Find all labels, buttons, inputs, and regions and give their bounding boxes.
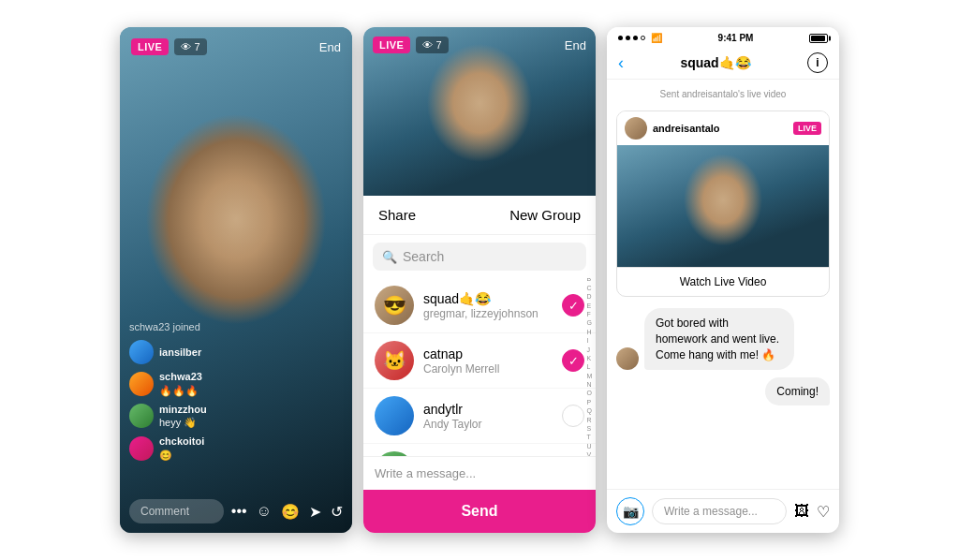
live-card-image (617, 145, 829, 267)
photo-icon[interactable]: 🖼 (794, 503, 809, 520)
bottom-bar: Comment ••• ☺ 😊 ➤ ↺ (120, 499, 352, 523)
wifi-icon: 📶 (651, 33, 662, 43)
camera-button[interactable]: 📷 (616, 497, 644, 525)
refresh-icon[interactable]: ↺ (331, 503, 343, 521)
comment-text: schwa23 🔥🔥🔥 (159, 370, 202, 397)
send-button[interactable]: Send (363, 490, 596, 533)
avatar (129, 404, 154, 428)
comment-text: chckoitoi 😊 (159, 435, 204, 462)
comments-area: schwa23 joined iansilber schwa23 🔥🔥🔥 min… (120, 321, 352, 467)
watch-live-button[interactable]: Watch Live Video (617, 267, 829, 296)
viewer-count: 👁 7 (174, 38, 206, 55)
live-badge: LIVE (793, 122, 821, 135)
face-icon[interactable]: 😊 (281, 503, 300, 521)
eye-icon: 👁 (422, 39, 433, 51)
chat-messages: Sent andreisantalo's live video andreisa… (607, 80, 839, 489)
share-header: Share New Group (363, 196, 596, 235)
contact-info: andytlr Andy Taylor (423, 402, 562, 431)
search-bar[interactable]: 🔍 Search (373, 243, 586, 271)
screen1-top-bar: LIVE 👁 7 End (120, 38, 352, 55)
avatar (129, 372, 154, 396)
status-bar: 📶 9:41 PM (607, 27, 839, 47)
contact-item[interactable]: andytlr Andy Taylor (363, 389, 596, 444)
contact-sub: Carolyn Merrell (423, 362, 562, 376)
comment-text: iansilber (159, 346, 201, 359)
more-icon[interactable]: ••• (231, 503, 247, 520)
comment-item: minzzhou heyy 👋 (129, 403, 343, 430)
check-circle[interactable] (562, 405, 584, 427)
avatar (616, 347, 639, 370)
live-card-header: andreisantalo LIVE (617, 111, 829, 145)
screen2-top-bar: LIVE 👁 7 End (363, 37, 596, 53)
contact-item[interactable]: 😎 squad🤙😂 gregmar, lizzeyjohnson ✓ (363, 278, 596, 333)
new-group-button[interactable]: New Group (509, 207, 581, 223)
comment-text: minzzhou heyy 👋 (159, 403, 207, 430)
avatar: 😎 (375, 286, 414, 325)
contact-info: catnap Carolyn Merrell (423, 346, 562, 376)
video-thumbnail: LIVE 👁 7 End (363, 27, 596, 196)
battery-area (809, 34, 828, 43)
signal-dots: 📶 (618, 33, 662, 43)
viewer-count: 👁 7 (416, 37, 448, 53)
signal-dot (626, 36, 630, 40)
message-text: Got bored with homework and went live. C… (644, 308, 794, 370)
chat-input[interactable]: Write a message... (652, 498, 787, 524)
avatar: 🐱 (375, 341, 414, 380)
chat-title: squad🤙😂 (680, 55, 750, 70)
avatar (375, 451, 414, 456)
action-icons: ••• ☺ 😊 ➤ ↺ (231, 503, 343, 521)
chat-actions: 🖼 ♡ (794, 503, 830, 521)
end-button[interactable]: End (565, 38, 586, 52)
back-button[interactable]: ‹ (618, 53, 624, 73)
message-text: Coming! (765, 377, 830, 405)
contact-name: catnap (423, 346, 562, 361)
avatar (129, 340, 154, 364)
battery-icon (809, 34, 828, 43)
chat-input-bar: 📷 Write a message... 🖼 ♡ (607, 489, 839, 533)
contact-item[interactable]: mari Mari (363, 444, 596, 456)
live-badge: LIVE (131, 38, 169, 55)
time-display: 9:41 PM (718, 33, 754, 43)
contact-sub: Andy Taylor (423, 418, 562, 431)
comment-input[interactable]: Comment (129, 499, 224, 523)
eye-icon: 👁 (181, 41, 191, 52)
alphabet-sidebar: A B C D E F G H I J K L M N O P Q R S T (586, 278, 593, 456)
contact-info: squad🤙😂 gregmar, lizzeyjohnson (423, 291, 562, 320)
contact-sub: gregmar, lizzeyjohnson (423, 307, 562, 320)
chat-header: ‹ squad🤙😂 i (607, 47, 839, 80)
search-input[interactable]: Search (403, 249, 444, 264)
send-icon[interactable]: ➤ (309, 503, 321, 521)
sent-by-label: Sent andreisantalo's live video (616, 89, 830, 99)
check-circle[interactable]: ✓ (562, 349, 584, 372)
check-circle[interactable]: ✓ (562, 294, 584, 317)
comment-item: schwa23 🔥🔥🔥 (129, 370, 343, 397)
join-message: schwa23 joined (129, 321, 343, 332)
avatar (129, 436, 154, 461)
comment-item: iansilber (129, 340, 343, 364)
emoji-icon[interactable]: ☺ (257, 503, 272, 520)
contact-name: squad🤙😂 (423, 291, 562, 306)
info-button[interactable]: i (807, 52, 828, 73)
end-button[interactable]: End (319, 40, 341, 54)
message-bubble-left: Got bored with homework and went live. C… (616, 308, 830, 370)
contact-name: andytlr (423, 402, 562, 417)
live-video-card[interactable]: andreisantalo LIVE Watch Live Video (616, 111, 830, 297)
heart-icon[interactable]: ♡ (817, 503, 830, 521)
live-badge: LIVE (373, 37, 410, 53)
signal-dot (641, 36, 645, 40)
live-video-screen: LIVE 👁 7 End schwa23 joined iansilber sc… (120, 27, 352, 533)
share-title: Share (378, 207, 416, 223)
search-icon: 🔍 (382, 250, 397, 264)
share-sheet-screen: LIVE 👁 7 End Share New Group 🔍 Search 😎 (363, 27, 596, 533)
contact-item[interactable]: 🐱 catnap Carolyn Merrell ✓ (363, 333, 596, 389)
avatar (625, 117, 647, 140)
comment-item: chckoitoi 😊 (129, 435, 343, 462)
signal-dot (633, 36, 638, 40)
message-bubble-right: Coming! (616, 377, 830, 405)
write-message-area[interactable]: Write a message... (363, 456, 596, 490)
signal-dot (618, 36, 623, 40)
avatar (375, 396, 414, 435)
live-card-username: andreisantalo (653, 123, 788, 134)
chat-screen: 📶 9:41 PM ‹ squad🤙😂 i Sent andreisantalo… (607, 27, 839, 533)
contact-list: 😎 squad🤙😂 gregmar, lizzeyjohnson ✓ 🐱 cat… (363, 278, 596, 456)
